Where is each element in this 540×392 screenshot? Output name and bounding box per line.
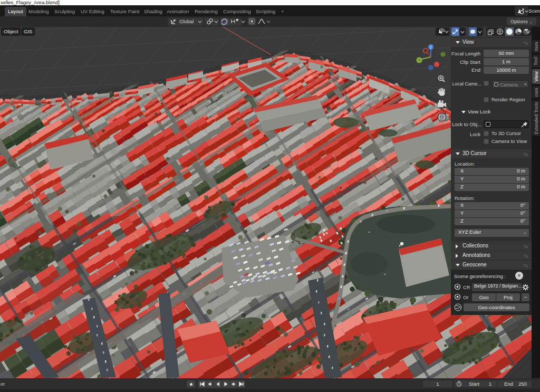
svg-text:Z: Z — [430, 45, 432, 49]
svg-text:X: X — [425, 49, 427, 53]
svg-text:Y: Y — [418, 59, 421, 62]
